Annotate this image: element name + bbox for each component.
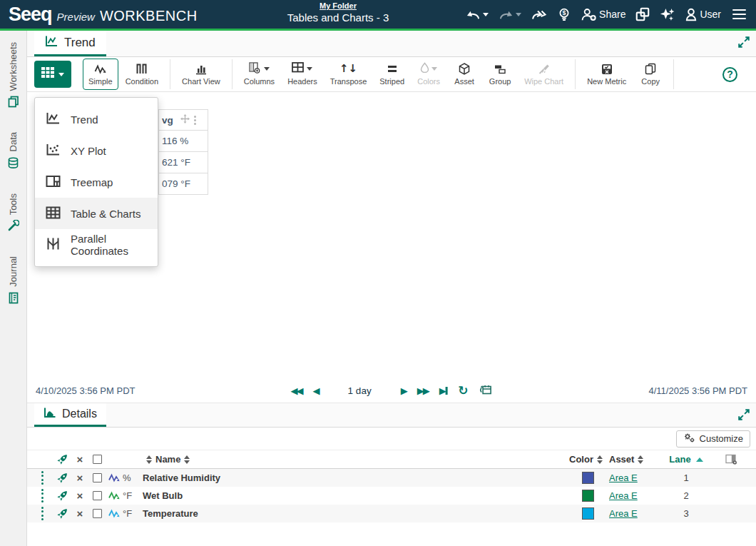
auto-update-icon[interactable]: ↻	[458, 385, 468, 397]
tab-details[interactable]: Details	[34, 403, 106, 427]
group-button[interactable]: Group	[483, 59, 517, 90]
user-label[interactable]: User	[700, 9, 721, 20]
maximize-trend-icon[interactable]	[737, 36, 750, 51]
select-item-checkbox[interactable]	[93, 491, 102, 500]
access-control-button[interactable]: Share	[581, 8, 625, 21]
remove-item-icon[interactable]: ×	[71, 508, 88, 519]
asset-link[interactable]: Area E	[609, 490, 638, 501]
transpose-button[interactable]: ↑↓ Transpose	[325, 59, 373, 90]
sidebar-item-journal[interactable]: Journal	[8, 256, 19, 307]
column-menu-icon[interactable]	[194, 116, 196, 125]
details-row-relative-humidity[interactable]: × % Relative Humidity Area E 1	[27, 469, 756, 487]
investigate-range-icon[interactable]	[479, 383, 492, 398]
user-menu-button[interactable]: User	[685, 8, 721, 21]
step-back-half-icon[interactable]: ◀	[313, 386, 319, 395]
menu-item-parallel-coordinates[interactable]: Parallel Coordinates	[35, 229, 158, 261]
new-metric-button[interactable]: New Metric	[581, 59, 632, 90]
sort-items-control[interactable]	[146, 455, 152, 464]
breadcrumb-my-folder[interactable]: My Folder	[287, 1, 389, 10]
name-column-label[interactable]: Name	[155, 454, 180, 465]
menu-item-table-charts[interactable]: Table & Charts	[35, 198, 158, 229]
remove-item-icon[interactable]: ×	[71, 472, 88, 483]
metric-icon	[601, 63, 613, 75]
drag-handle-icon[interactable]	[41, 489, 44, 503]
redo-caret-icon[interactable]	[516, 13, 521, 16]
undo-caret-icon[interactable]	[483, 13, 489, 16]
step-back-full-icon[interactable]: ◀◀	[291, 386, 302, 395]
duration-label[interactable]: 1 day	[348, 385, 372, 396]
item-name[interactable]: Temperature	[143, 508, 566, 519]
asset-link[interactable]: Area E	[609, 508, 638, 519]
broom-icon	[538, 63, 550, 75]
drag-handle-icon[interactable]	[41, 507, 44, 521]
menu-item-treemap[interactable]: Treemap	[35, 166, 158, 198]
striped-button[interactable]: Striped	[374, 59, 410, 90]
trend-panel: Trend	[27, 31, 756, 403]
question-mark-icon: ?	[727, 69, 733, 80]
investigate-icon[interactable]	[53, 490, 71, 501]
color-swatch[interactable]	[582, 490, 594, 502]
share-label[interactable]: Share	[599, 9, 625, 20]
asset-column-label[interactable]: Asset	[609, 454, 634, 465]
worksheets-overview-button[interactable]	[635, 7, 650, 21]
investigate-all-icon[interactable]	[53, 454, 71, 465]
customize-button[interactable]: Customize	[676, 430, 750, 448]
lane-column-label[interactable]: Lane	[669, 454, 690, 465]
select-all-checkbox[interactable]	[93, 455, 102, 464]
menu-item-xy-plot[interactable]: XY Plot	[35, 135, 158, 166]
help-button[interactable]: ?	[722, 67, 737, 82]
move-column-icon[interactable]	[180, 114, 190, 126]
sort-ascending-icon[interactable]	[696, 457, 703, 462]
condition-mode-button[interactable]: Condition	[120, 59, 164, 90]
value-insights-button[interactable]: $	[558, 8, 571, 21]
table-column-header[interactable]: vg	[158, 109, 208, 131]
select-item-checkbox[interactable]	[93, 473, 102, 482]
headers-button[interactable]: Headers	[282, 59, 323, 90]
chevron-down-icon	[264, 67, 270, 71]
drag-handle-icon[interactable]	[41, 471, 44, 485]
trend-line-icon	[46, 111, 61, 127]
redo-button[interactable]	[499, 9, 521, 21]
item-name[interactable]: Relative Humidity	[143, 472, 566, 483]
menu-item-trend[interactable]: Trend	[35, 103, 158, 135]
step-forward-half-icon[interactable]: ▶	[401, 386, 407, 395]
select-item-checkbox[interactable]	[93, 509, 102, 518]
main-menu-button[interactable]	[731, 8, 747, 21]
remove-all-icon[interactable]: ×	[71, 454, 88, 465]
ai-assistant-button[interactable]	[660, 7, 675, 22]
sort-asset-control[interactable]	[638, 455, 643, 464]
tab-trend[interactable]: Trend	[34, 31, 106, 56]
sort-color-control[interactable]	[597, 455, 603, 464]
sidebar-item-tools[interactable]: Tools	[7, 193, 19, 235]
remove-item-icon[interactable]: ×	[71, 490, 88, 501]
step-to-now-icon[interactable]: ▶	[439, 386, 448, 395]
maximize-details-icon[interactable]	[737, 408, 750, 424]
color-swatch[interactable]	[582, 507, 594, 520]
copy-button[interactable]: Copy	[633, 59, 668, 90]
fast-forward-button[interactable]	[531, 9, 548, 21]
add-column-icon[interactable]	[706, 454, 756, 465]
step-forward-full-icon[interactable]: ▶▶	[417, 386, 429, 395]
color-swatch[interactable]	[582, 472, 594, 484]
undo-button[interactable]	[466, 9, 489, 21]
chart-view-button[interactable]: Chart View	[176, 59, 226, 90]
toolbar-separator	[575, 59, 576, 89]
item-name[interactable]: Wet Bulb	[143, 490, 566, 501]
sidebar-item-data[interactable]: Data	[7, 132, 19, 171]
document-info: My Folder Tables and Charts - 3	[287, 1, 389, 24]
investigate-icon[interactable]	[53, 508, 71, 519]
view-selector-button[interactable]	[34, 61, 71, 88]
range-end-timestamp[interactable]: 4/11/2025 3:56 PM PDT	[648, 385, 747, 396]
color-column-label[interactable]: Color	[569, 454, 593, 465]
details-row-temperature[interactable]: × °F Temperature Area E 3	[27, 505, 756, 522]
asset-link[interactable]: Area E	[609, 472, 638, 483]
simple-mode-button[interactable]: Simple	[83, 59, 118, 90]
columns-button[interactable]: Columns	[238, 59, 280, 90]
chevron-down-icon	[307, 67, 312, 71]
sort-name-control[interactable]	[184, 455, 190, 464]
investigate-icon[interactable]	[53, 472, 71, 483]
range-start-timestamp[interactable]: 4/10/2025 3:56 PM PDT	[36, 385, 135, 396]
details-row-wet-bulb[interactable]: × °F Wet Bulb Area E 2	[27, 487, 756, 505]
asset-button[interactable]: Asset	[447, 59, 481, 90]
sidebar-item-worksheets[interactable]: Worksheets	[8, 42, 19, 111]
